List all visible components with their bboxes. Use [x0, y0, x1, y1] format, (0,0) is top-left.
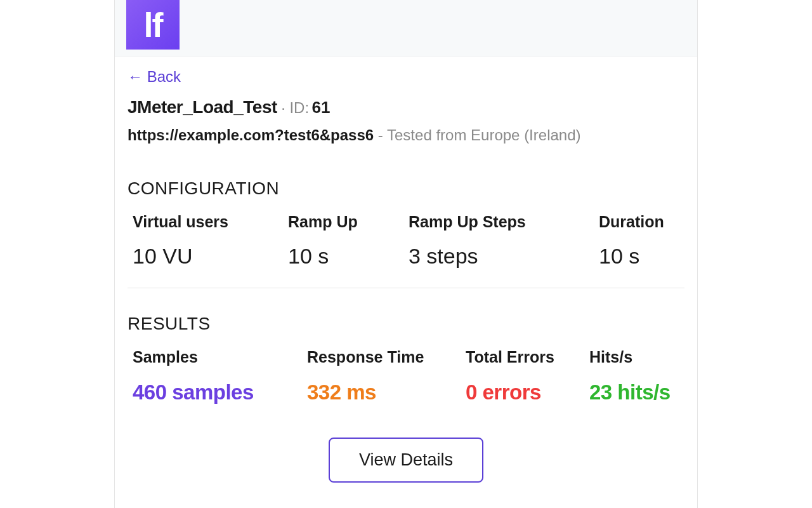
result-hits-per-sec: Hits/s 23 hits/s: [589, 348, 679, 404]
config-value: 10 VU: [133, 244, 282, 269]
title-separator: ·: [281, 99, 285, 116]
config-value: 10 s: [288, 244, 402, 269]
url-row: https://example.com?test6&pass6 - Tested…: [128, 126, 684, 144]
config-duration: Duration 10 s: [599, 213, 679, 269]
config-label: Ramp Up: [288, 213, 402, 231]
tested-url: https://example.com?test6&pass6: [128, 126, 374, 144]
result-value: 0 errors: [466, 380, 583, 404]
result-label: Response Time: [307, 348, 459, 366]
result-label: Hits/s: [589, 348, 679, 366]
config-value: 3 steps: [409, 244, 593, 269]
result-value: 332 ms: [307, 380, 459, 404]
config-virtual-users: Virtual users 10 VU: [133, 213, 282, 269]
back-link[interactable]: ← Back: [128, 68, 181, 86]
configuration-grid: Virtual users 10 VU Ramp Up 10 s Ramp Up…: [128, 213, 684, 288]
app-logo: lf: [126, 0, 180, 50]
test-name: JMeter_Load_Test: [128, 97, 277, 117]
config-label: Duration: [599, 213, 679, 231]
results-heading: RESULTS: [128, 314, 684, 334]
page-title: JMeter_Load_Test · ID: 61: [128, 97, 684, 117]
test-location: - Tested from Europe (Ireland): [374, 126, 580, 144]
view-details-button[interactable]: View Details: [329, 438, 483, 483]
topbar: lf: [115, 0, 697, 57]
config-value: 10 s: [599, 244, 679, 269]
config-ramp-up-steps: Ramp Up Steps 3 steps: [409, 213, 593, 269]
results-grid: Samples 460 samples Response Time 332 ms…: [128, 348, 684, 430]
config-label: Ramp Up Steps: [409, 213, 593, 231]
result-label: Total Errors: [466, 348, 583, 366]
result-response-time: Response Time 332 ms: [307, 348, 459, 404]
result-total-errors: Total Errors 0 errors: [466, 348, 583, 404]
config-label: Virtual users: [133, 213, 282, 231]
config-ramp-up: Ramp Up 10 s: [288, 213, 402, 269]
id-value: 61: [312, 98, 331, 117]
result-value: 23 hits/s: [589, 380, 679, 404]
id-label: ID:: [289, 99, 309, 116]
result-label: Samples: [133, 348, 301, 366]
result-value: 460 samples: [133, 380, 301, 404]
result-samples: Samples 460 samples: [133, 348, 301, 404]
configuration-heading: CONFIGURATION: [128, 178, 684, 199]
